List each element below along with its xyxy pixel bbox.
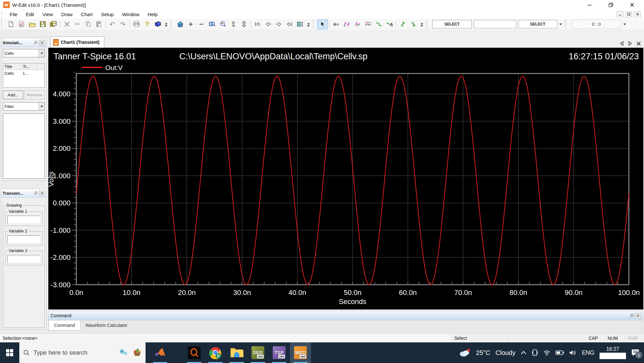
variable3-input[interactable]	[7, 255, 40, 263]
prev-tab-icon[interactable]	[620, 41, 624, 46]
wifi-icon[interactable]	[543, 350, 550, 356]
add-button[interactable]: Add...	[3, 91, 23, 99]
taskbar-app-sedit[interactable]: SED x64	[247, 342, 269, 363]
volume-icon[interactable]	[569, 350, 577, 356]
redo-button[interactable]: ↷	[118, 19, 128, 29]
undo-button[interactable]: ↶	[107, 19, 118, 29]
zoom-full-chart-button[interactable]	[217, 19, 228, 29]
taskbar-app-matlab[interactable]	[149, 342, 171, 363]
col-title[interactable]: Title	[3, 64, 22, 70]
cursor-slope-tool[interactable]	[352, 19, 363, 29]
minimize-icon[interactable]	[587, 2, 592, 8]
taskbar-app-q[interactable]	[184, 342, 205, 363]
measure-peak-tool[interactable]	[363, 19, 373, 29]
taskbar-search[interactable]: Type here to search	[19, 342, 146, 363]
clock[interactable]: 16:27	[600, 346, 626, 359]
variable1-input[interactable]	[7, 216, 40, 224]
open-file-button[interactable]	[27, 19, 37, 29]
restore-icon[interactable]	[608, 2, 614, 8]
zoom-in-button[interactable]: +	[185, 19, 196, 29]
waveform-chart[interactable]: Tanner T-Spice 16.01C:\Users\LENOVO\AppD…	[48, 48, 643, 309]
taskbar-app-tspice[interactable]: TSP x64	[269, 342, 290, 363]
tab-waveform-calculator[interactable]: Waveform Calculator	[80, 320, 133, 330]
close-icon[interactable]	[629, 2, 635, 8]
save-button[interactable]	[37, 19, 48, 29]
falling-edge-tool[interactable]	[408, 19, 419, 29]
combo-dropdown-icon[interactable]	[39, 49, 44, 57]
toolbar-grip-1[interactable]	[1, 20, 4, 28]
close-panel-icon[interactable]	[39, 40, 45, 45]
next-tab-icon[interactable]	[628, 41, 632, 46]
pan-right-button[interactable]	[273, 19, 284, 29]
weather-description[interactable]: Cloudy	[496, 349, 516, 357]
select-cursor-tool[interactable]	[317, 19, 328, 29]
your-phone-icon[interactable]	[532, 349, 538, 356]
toolbar-grip-4[interactable]	[426, 20, 429, 28]
taskbar-app-chrome[interactable]: P	[205, 342, 226, 363]
combo-dropdown-icon[interactable]	[39, 103, 44, 110]
save-all-button[interactable]	[48, 19, 59, 29]
traces-listbox[interactable]	[3, 113, 45, 179]
point-label-tool[interactable]: A	[384, 19, 394, 29]
signal-combo[interactable]: Cellv	[3, 49, 45, 57]
toolbar-overflow-3[interactable]: »	[419, 22, 425, 27]
coords-dropdown-icon[interactable]	[623, 24, 626, 25]
language-indicator[interactable]: ENG	[582, 349, 594, 356]
help-button[interactable]: ?	[142, 19, 152, 29]
annotation-tool[interactable]: A≡	[331, 19, 341, 29]
battery-icon[interactable]	[555, 350, 564, 355]
menu-window[interactable]: Window	[118, 11, 143, 18]
menu-edit[interactable]: Edit	[22, 11, 38, 18]
close-tab-icon[interactable]	[637, 42, 641, 46]
paste-button[interactable]	[93, 19, 104, 29]
weather-temperature[interactable]: 25°C	[476, 349, 490, 357]
zoom-box-button[interactable]	[207, 19, 217, 29]
select-dropdown-icon[interactable]	[559, 24, 562, 25]
menu-chart[interactable]: Chart	[77, 11, 97, 18]
range-value-box[interactable]	[474, 20, 516, 28]
toolbar-overflow-1[interactable]: »	[163, 22, 169, 27]
mdi-minimize-icon[interactable]	[617, 11, 623, 17]
new-chart-button[interactable]	[16, 19, 27, 29]
zoom-out-button[interactable]: −	[196, 19, 207, 29]
taskbar-app-explorer[interactable]	[226, 342, 247, 363]
menu-help[interactable]: Help	[144, 11, 162, 18]
print-button[interactable]	[131, 19, 142, 29]
pan-to-start-button[interactable]	[252, 19, 263, 29]
fit-vertical-button[interactable]	[228, 19, 239, 29]
close-panel-icon[interactable]	[39, 191, 45, 196]
start-button[interactable]	[0, 342, 19, 363]
pan-left-button[interactable]	[263, 19, 273, 29]
point-marker-tool[interactable]	[373, 19, 384, 29]
tab-chart1-transient[interactable]: W Chart1 (Transient)	[50, 36, 104, 48]
pan-to-end-button[interactable]	[284, 19, 295, 29]
menubar-grip[interactable]	[1, 11, 4, 18]
pin-icon[interactable]	[629, 313, 634, 318]
col-time[interactable]: Ti...	[22, 64, 37, 70]
tab-command[interactable]: Command	[49, 320, 80, 330]
tray-expand-icon[interactable]	[521, 351, 526, 355]
simulations-table[interactable]: Title Ti... Cellv 1...	[3, 63, 45, 88]
pin-icon[interactable]	[33, 40, 38, 45]
taskbar-app-wedit[interactable]: WED x64	[290, 342, 311, 363]
rising-edge-tool[interactable]	[397, 19, 408, 29]
toolbar-grip-2[interactable]	[171, 20, 174, 28]
new-file-button[interactable]	[5, 19, 16, 29]
mdi-close-icon[interactable]	[634, 11, 641, 17]
pin-icon[interactable]	[33, 191, 38, 196]
manual-book-button[interactable]	[152, 19, 163, 29]
toolbar-grip-5[interactable]	[565, 20, 568, 28]
delete-button[interactable]	[62, 19, 72, 29]
menu-draw[interactable]: Draw	[57, 11, 77, 18]
reorder-traces-button[interactable]	[295, 19, 305, 29]
select-from-box[interactable]: SELECT	[432, 20, 472, 28]
variable2-input[interactable]	[7, 235, 40, 243]
select-to-box[interactable]: SELECT	[518, 20, 557, 28]
menu-file[interactable]: File	[5, 11, 22, 18]
remove-button[interactable]: Remove	[24, 91, 45, 99]
filter-combo[interactable]: Filter	[3, 102, 45, 111]
home-view-button[interactable]	[175, 19, 185, 29]
menu-setup[interactable]: Setup	[97, 11, 118, 18]
close-panel-icon[interactable]	[635, 313, 641, 319]
action-center[interactable]: 1	[631, 349, 639, 357]
